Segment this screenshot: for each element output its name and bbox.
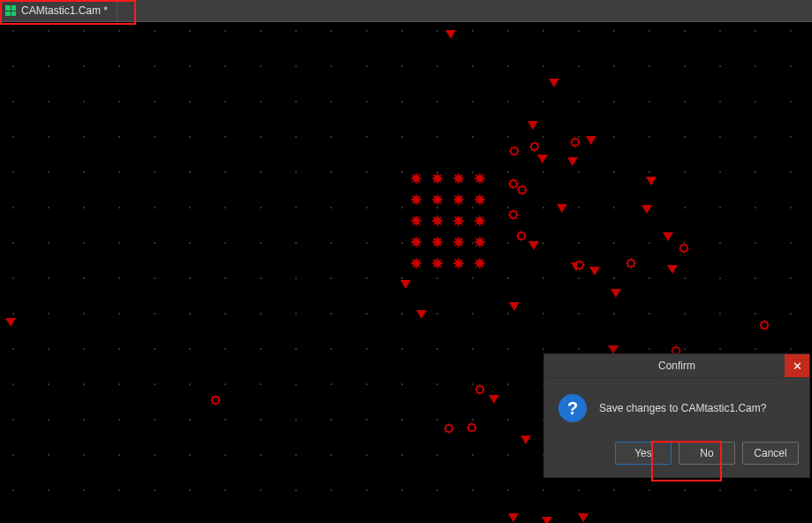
grid-dot <box>543 30 544 32</box>
grid-dot <box>472 277 474 279</box>
triangle-marker <box>586 136 596 145</box>
grid-dot <box>224 242 226 244</box>
grid-dot <box>48 348 49 350</box>
grid-dot <box>649 313 650 315</box>
grid-dot <box>260 348 262 350</box>
grid-dot <box>83 383 85 385</box>
grid-dot <box>755 242 756 244</box>
grid-dot <box>366 277 368 279</box>
grid-dot <box>401 242 403 244</box>
question-icon: ? <box>558 394 587 422</box>
grid-dot <box>719 101 721 102</box>
grid-dot <box>507 383 509 385</box>
dialog-close-button[interactable]: ✕ <box>785 354 809 377</box>
grid-dot <box>330 101 332 102</box>
grid-dot <box>48 242 49 244</box>
grid-dot <box>543 348 544 350</box>
grid-dot <box>472 30 474 32</box>
grid-dot <box>543 171 544 173</box>
grid-dot <box>366 136 368 138</box>
gear-marker <box>516 231 527 241</box>
grid-dot <box>295 65 297 67</box>
grid-dot <box>507 101 509 102</box>
document-tab[interactable]: CAMtastic1.Cam * <box>0 0 118 21</box>
grid-dot <box>436 348 438 350</box>
grid-dot <box>578 101 580 102</box>
grid-dot <box>790 313 792 315</box>
grid-dot <box>330 30 332 32</box>
cam-file-icon <box>5 5 16 16</box>
triangle-marker <box>578 513 588 522</box>
star-marker <box>410 193 422 206</box>
star-marker <box>452 193 465 206</box>
grid-dot <box>118 136 120 138</box>
grid-dot <box>649 65 650 67</box>
grid-dot <box>472 101 474 102</box>
grid-dot <box>366 101 368 102</box>
grid-dot <box>330 383 332 385</box>
grid-dot <box>12 277 14 279</box>
grid-dot <box>401 207 403 208</box>
grid-dot <box>224 313 226 315</box>
grid-dot <box>48 65 49 67</box>
grid-dot <box>366 454 368 456</box>
grid-dot <box>543 101 544 102</box>
cancel-button[interactable]: Cancel <box>742 442 799 465</box>
grid-dot <box>295 383 297 385</box>
dialog-button-row: Yes No Cancel <box>544 442 809 477</box>
grid-dot <box>613 489 615 491</box>
grid-dot <box>649 348 650 350</box>
grid-dot <box>755 207 756 208</box>
grid-dot <box>649 171 650 173</box>
star-marker <box>452 215 465 227</box>
grid-dot <box>543 242 544 244</box>
grid-dot <box>755 171 756 173</box>
grid-dot <box>295 30 297 32</box>
grid-dot <box>83 277 85 279</box>
grid-dot <box>12 101 14 102</box>
yes-button[interactable]: Yes <box>615 442 672 465</box>
grid-dot <box>154 136 156 138</box>
grid-dot <box>543 277 544 279</box>
grid-dot <box>189 30 191 32</box>
star-marker <box>452 257 465 269</box>
grid-dot <box>401 348 403 350</box>
grid-dot <box>12 313 14 315</box>
grid-dot <box>154 419 156 421</box>
grid-dot <box>48 454 49 456</box>
grid-dot <box>189 207 191 208</box>
gear-marker <box>474 384 485 395</box>
grid-dot <box>154 101 156 102</box>
grid-dot <box>118 101 120 102</box>
grid-dot <box>295 277 297 279</box>
triangle-marker <box>646 177 656 186</box>
grid-dot <box>507 277 509 279</box>
gear-marker <box>509 146 520 156</box>
grid-dot <box>83 348 85 350</box>
grid-dot <box>755 348 756 350</box>
grid-dot <box>472 136 474 138</box>
grid-dot <box>436 101 438 102</box>
grid-dot <box>684 489 686 491</box>
grid-dot <box>330 348 332 350</box>
star-marker <box>474 257 486 269</box>
grid-dot <box>719 277 721 279</box>
grid-dot <box>224 348 226 350</box>
grid-dot <box>295 419 297 421</box>
grid-dot <box>118 65 120 67</box>
triangle-marker <box>641 205 652 214</box>
grid-dot <box>472 383 474 385</box>
triangle-marker <box>663 232 673 241</box>
gear-marker <box>759 320 770 330</box>
grid-dot <box>118 419 120 421</box>
triangle-marker <box>416 310 427 319</box>
no-button[interactable]: No <box>679 442 735 465</box>
grid-dot <box>295 207 297 208</box>
triangle-marker <box>509 302 520 311</box>
grid-dot <box>295 454 297 456</box>
grid-dot <box>366 419 368 421</box>
grid-dot <box>48 207 49 208</box>
gear-marker <box>508 209 519 220</box>
dialog-titlebar[interactable]: Confirm ✕ <box>544 354 809 378</box>
triangle-marker <box>400 280 411 289</box>
